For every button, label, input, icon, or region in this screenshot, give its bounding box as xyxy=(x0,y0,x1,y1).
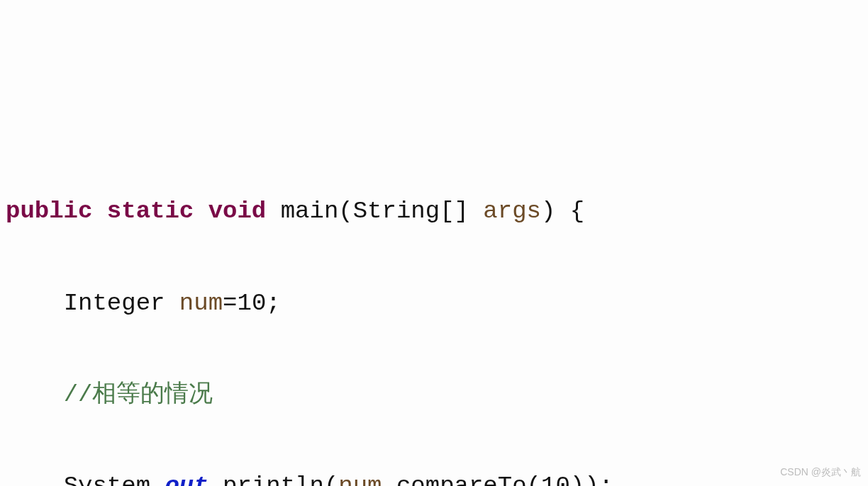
method-main: main xyxy=(281,198,339,225)
punct-lparen: ( xyxy=(338,198,352,225)
code-line-3: //相等的情况 xyxy=(6,372,862,418)
type-string-array: String[] xyxy=(353,198,469,225)
type-integer: Integer xyxy=(64,290,165,317)
punct-close: )); xyxy=(570,473,613,486)
var-num: num xyxy=(179,290,223,317)
punct-dot: . xyxy=(208,473,223,486)
method-println: println xyxy=(223,473,324,486)
punct-lparen: ( xyxy=(324,473,338,486)
punct-semi: ; xyxy=(266,290,280,317)
literal-10b: 10 xyxy=(541,473,570,486)
param-args: args xyxy=(483,198,541,225)
code-line-4: System.out.println(num.compareTo(10)); xyxy=(6,463,862,486)
literal-10: 10 xyxy=(237,290,266,317)
field-out: out xyxy=(165,473,208,486)
punct-dot: . xyxy=(382,473,396,486)
class-system: System xyxy=(64,473,150,486)
keyword-public: public xyxy=(6,198,92,225)
punct-eq: = xyxy=(223,290,237,317)
code-line-1: public static void main(String[] args) { xyxy=(6,188,862,234)
code-line-2: Integer num=10; xyxy=(6,281,862,327)
comment-marker: // xyxy=(64,381,93,408)
keyword-static: static xyxy=(107,198,194,225)
var-num: num xyxy=(338,473,382,486)
watermark-text: CSDN @炎武丶航 xyxy=(780,463,861,482)
punct-dot: . xyxy=(150,473,165,486)
keyword-void: void xyxy=(208,198,267,225)
comment-equal: 相等的情况 xyxy=(92,381,213,408)
method-compareto: compareTo xyxy=(396,473,527,486)
punct-lparen: ( xyxy=(527,473,541,486)
punct-rparen-brace: ) { xyxy=(541,198,584,225)
